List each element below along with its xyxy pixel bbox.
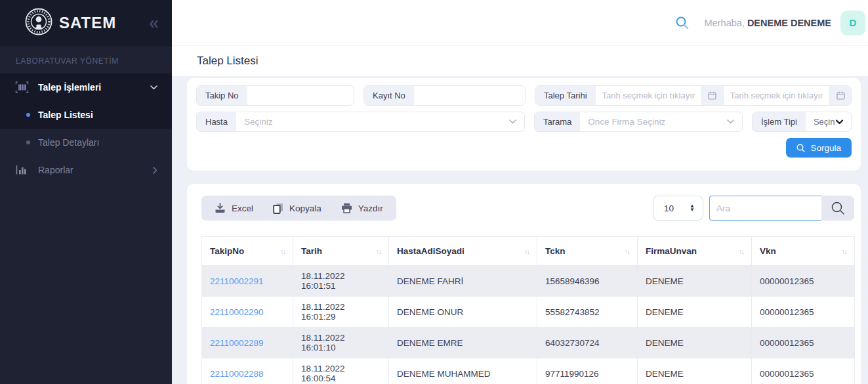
column-header-firmaunvan[interactable]: FirmaUnvan↑↓: [638, 237, 752, 266]
satem-logo-icon: [25, 8, 52, 38]
search-icon[interactable]: [675, 16, 689, 30]
takip-no-input[interactable]: [247, 86, 354, 105]
title-bar: Talep Listesi: [172, 46, 868, 76]
sort-icon: ↑↓: [739, 247, 743, 255]
takipno-link[interactable]: 22110002290: [210, 307, 264, 317]
sorgula-label: Sorgula: [810, 143, 841, 153]
content: Takip No Kayıt No Talep Tarihi: [172, 76, 868, 384]
kayit-no-label: Kayıt No: [364, 86, 414, 105]
takipno-link[interactable]: 22110002288: [210, 369, 264, 379]
table-cell: DENEME: [638, 297, 752, 328]
table-right-tools: 10 ▲▼: [653, 196, 854, 221]
hasta-select[interactable]: Seçiniz: [236, 112, 524, 131]
islem-tipi-select[interactable]: Seçin: [806, 112, 851, 131]
column-header-label: Vkn: [760, 246, 776, 256]
takip-no-group: Takip No: [196, 85, 354, 106]
table-cell: DENEME: [638, 266, 752, 297]
takipno-cell: 22110002289: [202, 328, 293, 358]
sidebar-item-talep-detaylari[interactable]: Talep Detayları: [0, 129, 172, 156]
table-cell: 00000012365: [752, 266, 855, 297]
chevron-down-icon: [150, 85, 157, 90]
sort-icon: ↑↓: [524, 247, 529, 255]
date-end-input[interactable]: [723, 86, 829, 105]
column-header-label: TakipNo: [210, 246, 244, 256]
bar-chart-icon: [14, 165, 29, 175]
sidebar-item-label: Talep Listesi: [38, 110, 93, 120]
tarama-group: Tarama Önce Firma Seçiniz: [534, 112, 743, 132]
calendar-icon[interactable]: [829, 86, 851, 105]
bullet-icon: [26, 113, 30, 117]
kayit-no-input[interactable]: [414, 86, 525, 105]
column-header-label: FirmaUnvan: [646, 246, 697, 256]
column-header-takipno[interactable]: TakipNo↑↓: [202, 237, 293, 266]
table-search-button[interactable]: [821, 196, 854, 221]
excel-button[interactable]: Excel: [205, 196, 263, 221]
logo-bar: SATEM «: [0, 0, 172, 46]
takipno-link[interactable]: 22110002291: [210, 276, 264, 286]
sidebar-item-label: Talep İşlemleri: [38, 82, 101, 93]
logo-text: SATEM: [59, 14, 116, 32]
page-size-select[interactable]: 10 ▲▼: [653, 196, 703, 221]
column-header-label: Tckn: [545, 246, 566, 256]
page-title: Talep Listesi: [197, 54, 258, 68]
yazdir-label: Yazdır: [358, 203, 383, 213]
sidebar-item-raporlar[interactable]: Raporlar: [0, 156, 172, 184]
greeting-text: Merhaba, DENEME DENEME: [705, 18, 831, 28]
sidebar: SATEM « LABORATUVAR YÖNETİM Talep İşleml…: [0, 0, 172, 384]
yazdir-button[interactable]: Yazdır: [331, 196, 393, 221]
sidebar-item-talep-listesi[interactable]: Talep Listesi: [0, 101, 172, 129]
takipno-cell: 22110002288: [202, 358, 293, 384]
table-cell: DENEME: [638, 328, 752, 358]
printer-icon: [341, 203, 352, 213]
filter-card: Takip No Kayıt No Talep Tarihi: [187, 78, 861, 171]
table-row: 2211000228818.11.2022 16:00:54DENEME MUH…: [202, 358, 855, 384]
sidebar-item-talep-islemleri[interactable]: Talep İşlemleri: [0, 74, 172, 101]
copy-icon: [273, 203, 283, 214]
table-cell: DENEME FAHRİ: [389, 266, 537, 297]
column-header-tckn[interactable]: Tckn↑↓: [537, 237, 638, 266]
table-search-input[interactable]: [709, 196, 821, 221]
table-search-group: [709, 196, 854, 221]
table-cell: 97711990126: [537, 358, 638, 384]
table-cell: 18.11.2022 16:01:51: [293, 266, 389, 297]
table-cell: DENEME MUHAMMED: [389, 358, 537, 384]
chevron-down-icon: [836, 119, 843, 125]
takipno-link[interactable]: 22110002289: [210, 338, 264, 348]
sorgula-button[interactable]: Sorgula: [786, 138, 852, 158]
table-cell: 00000012365: [752, 297, 855, 328]
sort-icon: ↑↓: [280, 247, 285, 255]
column-header-vkn[interactable]: Vkn↑↓: [752, 237, 855, 266]
tarama-select-placeholder: Önce Firma Seçiniz: [588, 117, 665, 127]
topbar: Merhaba, DENEME DENEME D: [172, 0, 868, 46]
menu-group-talep-islemleri: Talep İşlemleri Talep Listesi: [0, 74, 172, 129]
kayit-no-group: Kayıt No: [363, 85, 526, 106]
table-cell: 00000012365: [752, 358, 855, 384]
takipno-cell: 22110002291: [202, 266, 293, 297]
download-icon: [215, 203, 226, 213]
sidebar-collapse-icon[interactable]: «: [149, 14, 159, 32]
hasta-group: Hasta Seçiniz: [196, 112, 525, 132]
table-cell: DENEME: [638, 358, 752, 384]
table-cell: 00000012365: [752, 328, 855, 358]
column-header-label: HastaAdiSoyadi: [397, 246, 465, 256]
sort-icon: ↑↓: [625, 247, 629, 255]
table-body: 2211000229118.11.2022 16:01:51DENEME FAH…: [202, 266, 855, 384]
sort-icon: ↑↓: [376, 247, 381, 255]
kopyala-button[interactable]: Kopyala: [263, 196, 331, 221]
sidebar-section-label: LABORATUVAR YÖNETİM: [0, 46, 172, 74]
column-header-tarih[interactable]: Tarih↑↓: [293, 237, 389, 266]
avatar[interactable]: D: [840, 11, 865, 35]
hasta-label: Hasta: [197, 112, 236, 131]
table-row: 2211000229118.11.2022 16:01:51DENEME FAH…: [202, 266, 855, 297]
page-size-value: 10: [664, 203, 674, 213]
column-header-hastaadisoyadi[interactable]: HastaAdiSoyadi↑↓: [389, 237, 537, 266]
kopyala-label: Kopyala: [289, 203, 321, 213]
tarama-select[interactable]: Önce Firma Seçiniz: [580, 112, 742, 131]
calendar-icon[interactable]: [701, 86, 723, 105]
date-start-input[interactable]: [596, 86, 701, 105]
table-toolbar: Excel Kopyala: [201, 196, 854, 221]
results-table: TakipNo↑↓Tarih↑↓HastaAdiSoyadi↑↓Tckn↑↓Fi…: [201, 236, 855, 384]
table-cell: 55582743852: [537, 297, 638, 328]
table-cell: 18.11.2022 16:01:29: [293, 297, 389, 328]
barcode-icon: [14, 81, 29, 93]
